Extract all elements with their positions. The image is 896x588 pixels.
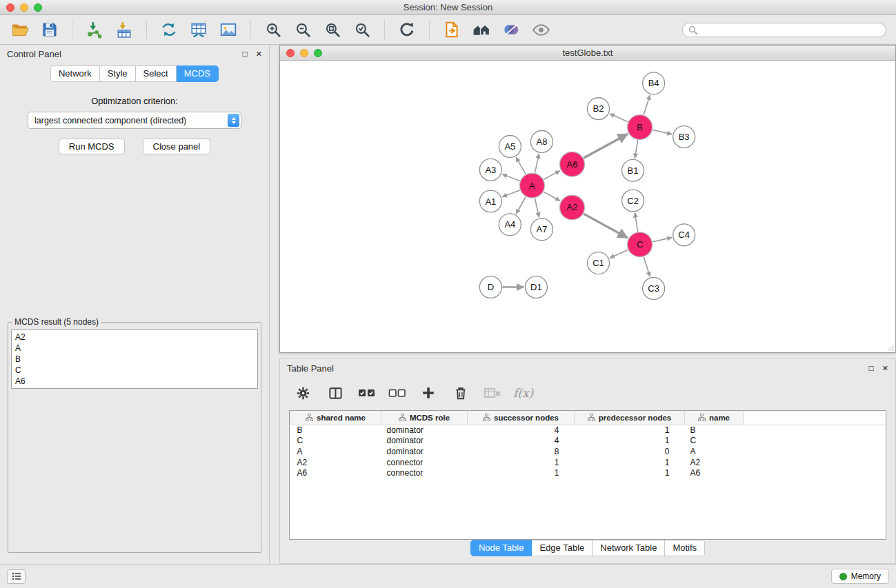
table-cell[interactable]: 8 <box>468 446 575 457</box>
table-cell[interactable]: A2 <box>685 457 744 468</box>
edge-A-A7[interactable] <box>535 199 539 218</box>
import-table-file-icon[interactable] <box>114 19 135 41</box>
control-tab-mcds[interactable]: MCDS <box>177 65 219 82</box>
minimize-window-icon[interactable] <box>20 3 28 12</box>
column-header-successor-nodes[interactable]: successor nodes <box>468 411 575 425</box>
network-node-A4[interactable]: A4 <box>499 214 521 236</box>
edge-A-A6[interactable] <box>544 171 560 180</box>
edge-A-A8[interactable] <box>535 154 539 173</box>
table-cell[interactable]: B <box>685 425 744 436</box>
network-close-icon[interactable] <box>286 49 295 57</box>
column-header-shared-name[interactable]: shared name <box>290 411 381 425</box>
edge-C-C4[interactable] <box>653 238 672 242</box>
edge-A-A4[interactable] <box>516 197 526 214</box>
edge-A6-B[interactable] <box>584 134 628 158</box>
zoom-in-icon[interactable] <box>263 19 283 41</box>
node-table-container[interactable]: shared nameMCDS rolesuccessor nodesprede… <box>289 410 886 540</box>
table-row[interactable]: Bdominator41B <box>290 425 886 436</box>
network-node-C1[interactable]: C1 <box>587 252 609 274</box>
search-input[interactable] <box>701 25 880 34</box>
edge-B-B3[interactable] <box>653 130 672 134</box>
table-cell[interactable]: C <box>290 436 381 447</box>
network-node-C2[interactable]: C2 <box>622 190 644 212</box>
network-node-A1[interactable]: A1 <box>479 190 501 212</box>
zoom-out-icon[interactable] <box>292 19 313 41</box>
table-close-panel-icon[interactable]: ✕ <box>882 364 888 372</box>
edge-A-A1[interactable] <box>502 190 519 197</box>
first-neighbors-icon[interactable] <box>159 19 179 41</box>
edge-A-A3[interactable] <box>502 174 519 181</box>
open-session-icon[interactable] <box>10 19 30 41</box>
table-cell[interactable]: 4 <box>468 425 575 436</box>
import-network-file-icon[interactable] <box>84 19 105 41</box>
table-cell[interactable]: A6 <box>290 467 381 478</box>
mcds-result-item[interactable]: B <box>15 354 254 365</box>
resize-grip-icon[interactable] <box>887 344 895 352</box>
table-cell[interactable]: connector <box>381 467 468 478</box>
open-document-icon[interactable] <box>441 19 462 41</box>
control-tab-select[interactable]: Select <box>136 65 177 82</box>
network-node-B1[interactable]: B1 <box>622 159 644 181</box>
memory-button[interactable]: Memory <box>831 569 889 584</box>
edge-B-B1[interactable] <box>635 140 637 158</box>
insert-column-icon[interactable] <box>325 382 346 404</box>
refresh-layout-icon[interactable] <box>397 19 417 41</box>
table-tab-edge-table[interactable]: Edge Table <box>532 540 593 556</box>
zoom-fit-icon[interactable] <box>322 19 343 41</box>
column-header-name[interactable]: name <box>685 411 744 425</box>
network-node-B3[interactable]: B3 <box>673 126 695 148</box>
network-node-A7[interactable]: A7 <box>530 219 552 241</box>
run-mcds-button[interactable]: Run MCDS <box>59 139 125 154</box>
edge-B-B4[interactable] <box>644 95 650 115</box>
close-panel-button[interactable]: Close panel <box>143 139 211 154</box>
float-panel-icon[interactable]: □ <box>243 50 248 58</box>
column-header-MCDS-role[interactable]: MCDS role <box>381 411 468 425</box>
table-cell[interactable]: A <box>290 446 381 457</box>
table-cell[interactable]: dominator <box>381 436 468 447</box>
network-node-A[interactable]: A <box>519 173 544 198</box>
network-node-D1[interactable]: D1 <box>525 276 547 298</box>
table-cell[interactable]: 1 <box>575 457 685 468</box>
show-hide-icon[interactable] <box>530 19 551 41</box>
add-row-icon[interactable] <box>418 382 439 404</box>
select-all-icon[interactable] <box>357 382 376 404</box>
import-network-table-icon[interactable] <box>188 19 209 41</box>
zoom-selected-icon[interactable] <box>352 19 372 41</box>
network-node-B4[interactable]: B4 <box>643 72 665 94</box>
network-node-C3[interactable]: C3 <box>643 278 665 300</box>
network-node-A3[interactable]: A3 <box>479 159 501 181</box>
mcds-result-item[interactable]: A <box>15 343 254 354</box>
table-row[interactable]: A2connector11A2 <box>290 457 886 468</box>
column-header-predecessor-nodes[interactable]: predecessor nodes <box>575 411 685 425</box>
mcds-result-item[interactable]: A6 <box>15 376 254 387</box>
network-minimize-icon[interactable] <box>300 49 308 57</box>
table-cell[interactable]: dominator <box>381 446 468 457</box>
edge-C-C3[interactable] <box>644 257 650 277</box>
table-cell[interactable]: 1 <box>575 467 685 478</box>
mcds-result-list[interactable]: A2ABCA6 <box>11 330 258 389</box>
table-row[interactable]: Cdominator41C <box>290 436 886 447</box>
search-box[interactable] <box>682 23 886 37</box>
table-tab-motifs[interactable]: Motifs <box>665 540 705 556</box>
close-window-icon[interactable] <box>6 3 14 12</box>
table-cell[interactable]: connector <box>381 457 468 468</box>
edge-A-A2[interactable] <box>544 192 560 201</box>
table-cell[interactable]: A <box>685 446 744 457</box>
control-tab-style[interactable]: Style <box>100 65 136 82</box>
edge-A2-C[interactable] <box>584 214 628 238</box>
table-cell[interactable]: 1 <box>468 457 575 468</box>
network-node-A6[interactable]: A6 <box>559 152 584 176</box>
table-tab-node-table[interactable]: Node Table <box>470 540 532 556</box>
table-cell[interactable]: 0 <box>575 446 685 457</box>
mcds-result-item[interactable]: A2 <box>15 332 254 343</box>
settings-gear-icon[interactable] <box>292 382 313 404</box>
edge-B-B2[interactable] <box>610 114 628 122</box>
table-cell[interactable]: A2 <box>290 457 381 468</box>
network-node-C[interactable]: C <box>628 232 653 257</box>
network-zoom-icon[interactable] <box>314 49 322 57</box>
table-cell[interactable]: 1 <box>575 425 685 436</box>
network-node-A5[interactable]: A5 <box>499 135 521 157</box>
delete-rows-icon[interactable] <box>450 382 471 404</box>
table-cell[interactable]: dominator <box>381 425 468 436</box>
table-float-panel-icon[interactable]: □ <box>869 364 874 372</box>
